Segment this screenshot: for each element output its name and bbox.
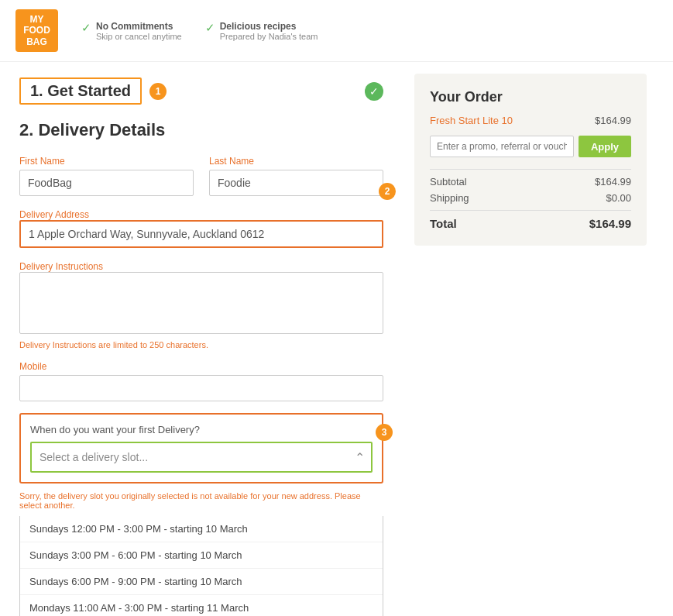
feature-title-2: Delicious recipes	[220, 21, 318, 32]
address-input[interactable]	[19, 220, 383, 248]
check-icon-2: ✓	[205, 22, 215, 33]
last-name-label: Last Name	[209, 156, 383, 167]
address-label: Delivery Address	[19, 209, 89, 220]
mobile-group: Mobile	[19, 361, 383, 401]
order-item-name: Fresh Start Lite 10	[430, 115, 513, 126]
delivery-slot-label: When do you want your first Delivery?	[30, 424, 373, 435]
apply-button[interactable]: Apply	[579, 136, 631, 157]
step1-header: 1. Get Started 1 ✓	[19, 77, 383, 105]
feature-subtitle: Skip or cancel anytime	[96, 32, 182, 41]
order-summary: Your Order Fresh Start Lite 10 $164.99 A…	[414, 74, 647, 246]
slot-item-3[interactable]: Sundays 6:00 PM - 9:00 PM - starting 10 …	[20, 569, 383, 595]
slot-list-scrollable[interactable]: Sundays 12:00 PM - 3:00 PM - starting 10…	[20, 516, 383, 616]
check-icon: ✓	[81, 22, 91, 33]
feature-no-commitments: ✓ No Commitments Skip or cancel anytime	[81, 21, 182, 41]
step1-badge: 1	[149, 83, 167, 100]
total-row: Total $164.99	[430, 217, 631, 230]
mobile-label: Mobile	[19, 361, 383, 372]
last-name-input[interactable]	[209, 170, 383, 196]
divider-2	[430, 210, 631, 211]
first-name-group: First Name	[19, 156, 194, 196]
left-content: 1. Get Started 1 ✓ 2. Delivery Details F…	[0, 62, 403, 616]
header: MY FOOD BAG ✓ No Commitments Skip or can…	[0, 0, 673, 62]
feature-subtitle-2: Prepared by Nadia's team	[220, 32, 318, 41]
slot-select[interactable]: Select a delivery slot... Sundays 12:00 …	[30, 442, 373, 473]
first-name-label: First Name	[19, 156, 194, 167]
order-title: Your Order	[430, 89, 631, 105]
slot-item-2[interactable]: Sundays 3:00 PM - 6:00 PM - starting 10 …	[20, 542, 383, 569]
slot-error-message: Sorry, the delivery slot you originally …	[19, 491, 383, 510]
total-label: Total	[430, 217, 457, 230]
main-layout: 1. Get Started 1 ✓ 2. Delivery Details F…	[0, 62, 673, 616]
promo-row: Apply	[430, 136, 631, 157]
instructions-group: Delivery Instructions	[19, 260, 383, 336]
slot-item-4[interactable]: Mondays 11:00 AM - 3:00 PM - starting 11…	[20, 595, 383, 616]
feature-delicious-recipes: ✓ Delicious recipes Prepared by Nadia's …	[205, 21, 318, 41]
step1-complete-icon: ✓	[365, 82, 383, 101]
slot-item-1[interactable]: Sundays 12:00 PM - 3:00 PM - starting 10…	[20, 516, 383, 542]
instructions-label: Delivery Instructions	[19, 261, 103, 272]
shipping-row: Shipping $0.00	[430, 192, 631, 204]
shipping-label: Shipping	[430, 192, 469, 204]
instructions-textarea[interactable]	[19, 272, 383, 334]
subtotal-value: $164.99	[595, 176, 631, 188]
step2-title: 2. Delivery Details	[19, 120, 383, 140]
order-item-row: Fresh Start Lite 10 $164.99	[430, 115, 631, 126]
slot-select-wrapper: Select a delivery slot... Sundays 12:00 …	[30, 442, 373, 473]
address-group: Delivery Address	[19, 208, 383, 248]
slot-list: Sundays 12:00 PM - 3:00 PM - starting 10…	[19, 516, 383, 616]
divider-1	[430, 169, 631, 170]
subtotal-row: Subtotal $164.99	[430, 176, 631, 188]
promo-input[interactable]	[430, 136, 574, 157]
first-name-input[interactable]	[19, 170, 194, 196]
logo: MY FOOD BAG	[15, 9, 58, 52]
header-features: ✓ No Commitments Skip or cancel anytime …	[81, 21, 318, 41]
step1-title: 1. Get Started	[19, 77, 142, 105]
last-name-group: Last Name 2	[209, 156, 383, 196]
char-limit-note: Delivery Instructions are limited to 250…	[19, 340, 383, 349]
shipping-value: $0.00	[606, 192, 631, 204]
name-row: First Name Last Name 2	[19, 156, 383, 196]
delivery-slot-section: When do you want your first Delivery? Se…	[19, 413, 383, 484]
order-item-price: $164.99	[595, 115, 631, 126]
total-value: $164.99	[589, 217, 631, 230]
step2-badge: 2	[379, 183, 396, 200]
feature-title: No Commitments	[96, 21, 182, 32]
step3-badge: 3	[376, 424, 393, 441]
mobile-input[interactable]	[19, 375, 383, 401]
subtotal-label: Subtotal	[430, 176, 467, 188]
